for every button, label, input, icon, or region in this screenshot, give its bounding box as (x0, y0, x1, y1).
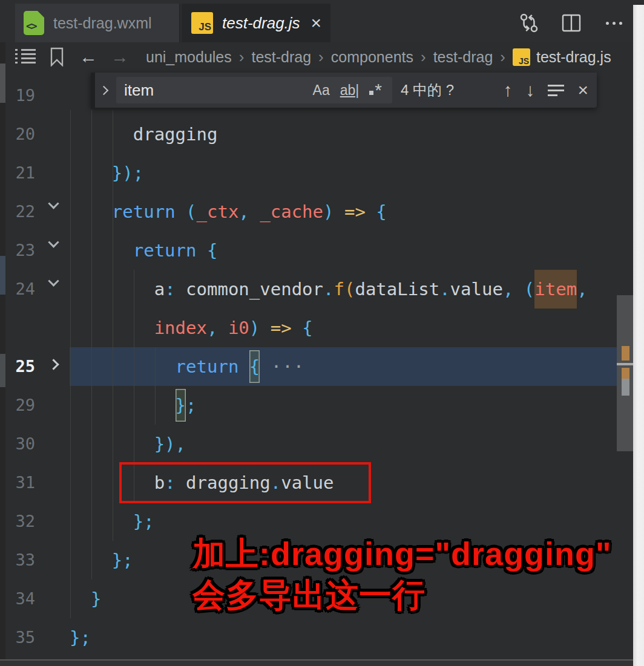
code-text: return (_ctx, _cache) => { (112, 192, 387, 231)
breadcrumb-separator: › (500, 48, 505, 67)
toggle-replace-chevron-icon[interactable] (99, 85, 109, 95)
code-text: } (91, 579, 101, 618)
code-text: }; (112, 541, 133, 579)
cursor-marker (622, 379, 629, 396)
breadcrumb-item-test-drag[interactable]: test-drag (433, 48, 493, 66)
more-actions-icon[interactable] (602, 11, 626, 35)
code-line-wrap[interactable]: index, i0) => { (0, 309, 633, 347)
fold-collapsed-chevron-icon[interactable] (48, 359, 59, 370)
whole-word-icon[interactable]: ab| (340, 82, 360, 99)
bracket-match-highlight: } (176, 389, 186, 422)
back-arrow-icon[interactable]: ← (77, 47, 100, 67)
code-text: }; (176, 386, 197, 425)
left-strip-patch (0, 354, 5, 387)
code-text: }; (133, 502, 154, 541)
search-match-marker (622, 346, 629, 361)
wxml-file-icon: <> (24, 11, 44, 35)
vscode-window: <> test-drag.wxml JS test-drag.js × (0, 0, 644, 666)
find-nav: ↑ ↓ × (503, 81, 588, 99)
left-edge-strip (0, 0, 5, 666)
code-text: return { ··· (176, 347, 305, 386)
find-widget: item Aa ab| * 4 中的 ? ↑ ↓ × (91, 73, 597, 108)
fold-expanded-chevron-icon[interactable] (48, 237, 59, 247)
fold-expanded-chevron-icon[interactable] (48, 198, 59, 209)
breadcrumb-separator: › (421, 48, 426, 67)
open-changes-icon[interactable] (517, 11, 541, 35)
vertical-scrollbar[interactable] (617, 71, 633, 659)
panel-edge (0, 661, 644, 666)
close-find-icon[interactable]: × (577, 81, 588, 99)
code-line-35[interactable]: 35}; (0, 618, 633, 657)
breadcrumb-separator: › (239, 48, 245, 67)
editor-actions (517, 4, 626, 42)
annotation-text-line2: 会多导出这一行 (192, 573, 426, 618)
left-strip-patch (0, 256, 5, 295)
code-text: index, i0) => { (154, 309, 313, 347)
breadcrumb-bar: ← → uni_modules›test-drag›components›tes… (5, 42, 644, 71)
annotation-box (119, 462, 371, 503)
js-file-icon: JS (191, 12, 213, 34)
fold-expanded-chevron-icon[interactable] (48, 275, 59, 286)
code-text: dragging (133, 115, 218, 154)
code-text: return { (133, 231, 218, 270)
code-line-25[interactable]: 25return { ··· (0, 347, 633, 386)
tab-test-drag-js[interactable]: JS test-drag.js × (182, 4, 330, 42)
code-text: a: common_vendor.f(dataList.value, (item… (154, 270, 588, 309)
tab-label: test-drag.js (222, 14, 300, 33)
match-case-icon[interactable]: Aa (313, 82, 330, 99)
previous-match-icon[interactable]: ↑ (503, 81, 512, 99)
code-line-24[interactable]: 24a: common_vendor.f(dataList.value, (it… (0, 270, 633, 309)
breadcrumb-item-test-drag.js[interactable]: test-drag.js (536, 48, 611, 66)
breadcrumb: uni_modules›test-drag›components›test-dr… (146, 48, 611, 67)
breadcrumb-item-components[interactable]: components (331, 48, 413, 66)
left-strip-patch (0, 64, 5, 103)
breadcrumb-item-uni_modules[interactable]: uni_modules (146, 48, 232, 66)
breadcrumb-item-test-drag[interactable]: test-drag (251, 48, 311, 66)
next-match-icon[interactable]: ↓ (525, 81, 534, 99)
code-line-21[interactable]: 21}); (0, 154, 633, 192)
code-line-20[interactable]: 20dragging (0, 115, 633, 154)
split-editor-icon[interactable] (559, 11, 583, 35)
code-line-23[interactable]: 23return { (0, 231, 633, 270)
tab-test-drag-wxml[interactable]: <> test-drag.wxml (15, 4, 180, 42)
find-input[interactable]: item Aa ab| * (116, 77, 392, 103)
annotation-text-line1: 加上:dragging="dragging" (192, 532, 612, 576)
tab-label: test-drag.wxml (53, 15, 152, 32)
find-results-count: 4 中的 ? (401, 80, 454, 100)
code-text: }; (70, 618, 91, 657)
find-in-selection-icon[interactable] (548, 85, 564, 96)
bracket-match-highlight: { (249, 350, 260, 383)
bookmark-icon[interactable] (45, 47, 68, 67)
code-line-22[interactable]: 22return (_ctx, _cache) => { (0, 192, 633, 231)
search-match-highlight: item (534, 270, 577, 309)
regex-icon[interactable]: * (369, 80, 382, 100)
breadcrumb-separator: › (318, 48, 324, 67)
right-edge-strip (633, 5, 644, 666)
code-text: }), (154, 425, 186, 463)
code-line-29[interactable]: 29}; (0, 386, 633, 425)
current-match-line-marker (617, 363, 633, 365)
find-query-text: item (124, 81, 313, 100)
find-widget-sash[interactable] (91, 73, 95, 109)
js-file-icon: JS (513, 48, 530, 66)
forward-arrow-icon[interactable]: → (108, 47, 131, 67)
code-text: }); (112, 154, 143, 192)
outline-list-icon[interactable] (14, 47, 37, 67)
code-line-30[interactable]: 30}), (0, 425, 633, 463)
tab-bar: <> test-drag.wxml JS test-drag.js × (0, 0, 644, 42)
close-tab-icon[interactable]: × (311, 14, 322, 32)
